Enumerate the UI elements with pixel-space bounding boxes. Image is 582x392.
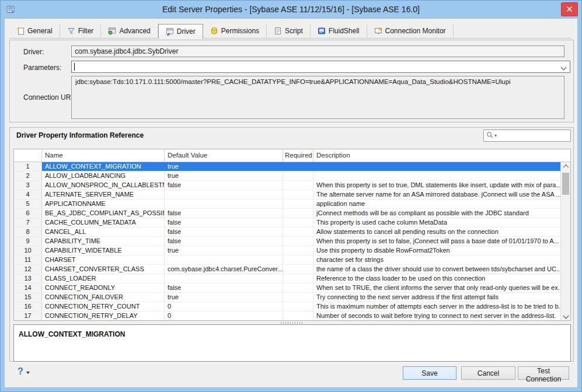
connection-url-box[interactable]: jdbc:sybase:Tds:10.171.0.111:5000/master… xyxy=(71,76,564,119)
table-row[interactable]: 12CHARSET_CONVERTER_CLASScom.sybase.jdbc… xyxy=(14,265,560,274)
tab-permissions[interactable]: Permissions xyxy=(203,24,267,37)
table-row[interactable]: 10CAPABILITY_WIDETABLEtrueUse this prope… xyxy=(14,246,560,256)
description-cell[interactable]: the name of a class the driver should us… xyxy=(313,265,560,274)
default-value-cell[interactable]: true xyxy=(165,246,283,255)
table-row[interactable]: 13CLASS_LOADERReference to the class loa… xyxy=(14,274,560,284)
default-value-cell[interactable]: 0 xyxy=(165,312,283,320)
test-connection-button[interactable]: Test Connection xyxy=(518,366,569,380)
save-button[interactable]: Save xyxy=(403,366,456,380)
chevron-down-icon[interactable] xyxy=(562,65,566,69)
name-cell[interactable]: CACHE_COLUMN_METADATA xyxy=(42,218,165,227)
name-cell[interactable]: CONNECTION_FAILOVER xyxy=(42,293,165,302)
description-cell[interactable]: This property is used cache column MetaD… xyxy=(313,218,560,227)
required-cell[interactable] xyxy=(283,312,313,320)
search-input[interactable]: ▾ xyxy=(483,130,571,142)
vertical-scrollbar[interactable] xyxy=(560,162,570,320)
table-row[interactable]: 11CHARSETcharacter set for strings xyxy=(14,256,560,265)
table-row[interactable]: 17CONNECTION_RETRY_DELAY0Number of secon… xyxy=(14,312,560,320)
required-cell[interactable] xyxy=(283,190,313,199)
required-cell[interactable] xyxy=(283,228,313,236)
description-cell[interactable]: Number of seconds to wait before trying … xyxy=(313,312,560,320)
default-value-cell[interactable] xyxy=(165,200,283,208)
default-value-cell[interactable]: 0 xyxy=(165,302,283,311)
name-cell[interactable]: ALLOW_CONTEXT_MIGRATION xyxy=(42,162,165,171)
tab-script[interactable]: Script xyxy=(267,24,311,37)
tab-filter[interactable]: Filter xyxy=(60,24,102,37)
name-cell[interactable]: BE_AS_JDBC_COMPLIANT_AS_POSSIBLE xyxy=(42,209,165,218)
default-value-cell[interactable]: com.sybase.jdbc4.charset.PureConver... xyxy=(165,265,283,274)
tab-fluidshell[interactable]: FluidShell xyxy=(311,24,367,37)
table-row[interactable]: 4ALTERNATE_SERVER_NAMEThe alternate serv… xyxy=(14,190,560,200)
required-cell[interactable] xyxy=(283,274,313,283)
name-cell[interactable]: CONNECTION_RETRY_COUNT xyxy=(42,302,165,311)
default-value-cell[interactable]: false xyxy=(165,237,283,246)
default-value-cell[interactable] xyxy=(165,190,283,199)
name-cell[interactable]: CHARSET xyxy=(42,256,165,264)
description-cell[interactable]: character set for strings xyxy=(313,256,560,264)
column-header-default-value[interactable]: Default Value xyxy=(165,149,283,162)
description-cell[interactable]: Reference to the class loader to be used… xyxy=(313,274,560,283)
description-cell[interactable]: Use this property to disable RowFormat2T… xyxy=(313,246,560,255)
description-cell[interactable]: application name xyxy=(313,200,560,208)
required-cell[interactable] xyxy=(283,265,313,274)
required-cell[interactable] xyxy=(283,246,313,255)
default-value-cell[interactable] xyxy=(165,274,283,283)
table-row[interactable]: 9CAPABILITY_TIMEfalseWhen this property … xyxy=(14,237,560,246)
tab-general[interactable]: General xyxy=(9,24,60,37)
cancel-button[interactable]: Cancel xyxy=(461,366,515,380)
default-value-cell[interactable]: false xyxy=(165,209,283,218)
required-cell[interactable] xyxy=(283,172,313,180)
description-cell[interactable]: Allow statements to cancel all pending r… xyxy=(313,228,560,236)
name-cell[interactable]: ALTERNATE_SERVER_NAME xyxy=(42,190,165,199)
column-header-name[interactable]: Name xyxy=(42,149,165,162)
required-cell[interactable] xyxy=(283,200,313,208)
parameters-combo[interactable] xyxy=(71,61,570,73)
default-value-cell[interactable]: true xyxy=(165,172,283,180)
driver-field[interactable]: com.sybase.jdbc4.jdbc.SybDriver xyxy=(71,46,564,57)
description-cell[interactable]: The alternate server name for an ASA mir… xyxy=(313,190,560,199)
help-button[interactable]: ? xyxy=(18,366,30,377)
scrollbar-thumb[interactable] xyxy=(562,173,569,195)
default-value-cell[interactable] xyxy=(165,256,283,264)
table-row[interactable]: 7CACHE_COLUMN_METADATAfalseThis property… xyxy=(14,218,560,228)
default-value-cell[interactable]: true xyxy=(165,162,283,171)
name-cell[interactable]: CHARSET_CONVERTER_CLASS xyxy=(42,265,165,274)
close-button[interactable] xyxy=(561,2,578,16)
description-cell[interactable]: Try connecting to the next server addres… xyxy=(313,293,560,302)
table-row[interactable]: 14CONNECT_READONLYfalseWhen set to TRUE,… xyxy=(14,284,560,293)
name-cell[interactable]: APPLICATIONNAME xyxy=(42,200,165,208)
table-row[interactable]: 5APPLICATIONNAMEapplication name xyxy=(14,200,560,209)
column-header-rownum[interactable] xyxy=(14,149,42,162)
name-cell[interactable]: ALLOW_NONSPROC_IN_CALLABLESTMT xyxy=(42,181,165,190)
required-cell[interactable] xyxy=(283,302,313,311)
column-header-required[interactable]: Required xyxy=(283,149,313,162)
required-cell[interactable] xyxy=(283,218,313,227)
table-row[interactable]: 2ALLOW_LOADBALANCINGtrue xyxy=(14,172,560,181)
name-cell[interactable]: CONNECTION_RETRY_DELAY xyxy=(42,312,165,320)
description-cell[interactable]: jConnect methods will be as compliant as… xyxy=(313,209,560,218)
required-cell[interactable] xyxy=(283,162,313,171)
scroll-down-icon[interactable] xyxy=(561,312,570,320)
description-cell[interactable]: When set to TRUE, the client informs the… xyxy=(313,284,560,292)
name-cell[interactable]: CLASS_LOADER xyxy=(42,274,165,283)
required-cell[interactable] xyxy=(283,293,313,302)
name-cell[interactable]: CONNECT_READONLY xyxy=(42,284,165,292)
default-value-cell[interactable]: false xyxy=(165,284,283,292)
default-value-cell[interactable]: true xyxy=(165,293,283,302)
required-cell[interactable] xyxy=(283,181,313,190)
required-cell[interactable] xyxy=(283,284,313,292)
name-cell[interactable]: CAPABILITY_TIME xyxy=(42,237,165,246)
name-cell[interactable]: CANCEL_ALL xyxy=(42,228,165,236)
column-header-description[interactable]: Description xyxy=(313,149,570,162)
description-cell[interactable]: This is maximum number of attempts each … xyxy=(313,302,560,311)
tab-connection-monitor[interactable]: Connection Monitor xyxy=(367,24,454,37)
default-value-cell[interactable]: false xyxy=(165,228,283,236)
titlebar[interactable]: Edit Server Properties - [Sybase ASE 11/… xyxy=(1,1,581,18)
name-cell[interactable]: CAPABILITY_WIDETABLE xyxy=(42,246,165,255)
description-cell[interactable]: When this property is set to false, jCon… xyxy=(313,237,560,246)
description-cell[interactable]: When this property is set to true, DML s… xyxy=(313,181,560,190)
table-row[interactable]: 8CANCEL_ALLfalseAllow statements to canc… xyxy=(14,228,560,237)
default-value-cell[interactable]: false xyxy=(165,181,283,190)
table-row[interactable]: 1ALLOW_CONTEXT_MIGRATIONtrue xyxy=(14,162,560,172)
tab-advanced[interactable]: Advanced xyxy=(101,24,158,37)
